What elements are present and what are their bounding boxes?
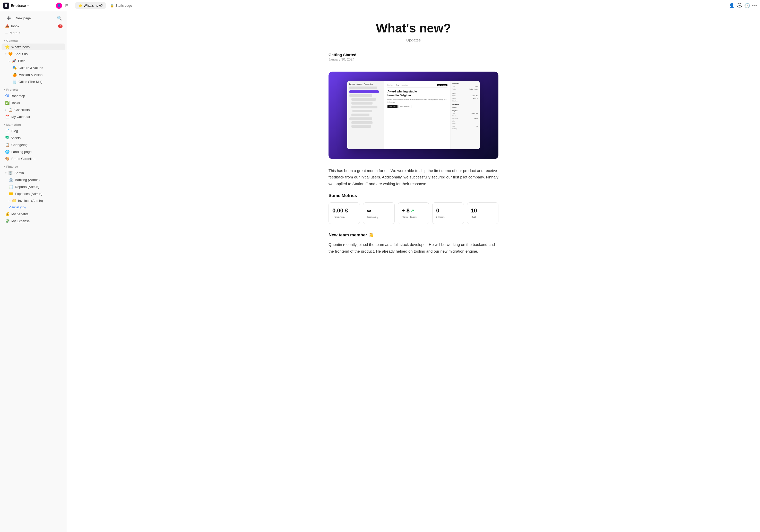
admin-label: Admin [15,171,24,175]
metric-dau-value: 10 [471,207,477,214]
marketing-chevron-icon: ▾ [4,123,5,126]
view-all-label: View all (15) [9,206,26,209]
content-area: What's new? Updates Getting Started Janu… [67,11,760,532]
inbox-label: Inbox [11,24,19,28]
team-paragraph: Quentin recently joined the team as a fu… [328,241,499,254]
metric-new-users: + 8 ↗ New Users [398,202,429,224]
roadmap-icon: 🗺 [5,94,9,98]
section-finance[interactable]: ▾ Finance [0,162,67,169]
sidebar-item-banking[interactable]: 🏦 Banking (Admin) [2,176,65,183]
topbar: E Enobase ▾ 👤 ⊞ ⭐ What's new? 🔒 Static p… [0,0,760,11]
more-icon[interactable]: ••• [752,3,757,8]
sidebar-item-reports[interactable]: 📊 Reports (Admin) [2,183,65,190]
sidebar-item-benefits[interactable]: 💰 My benefits [2,211,65,217]
sidebar-item-office[interactable]: 🗒️ Office (The Mix) [2,78,65,85]
about-icon: 🧡 [8,52,13,56]
app-chevron-icon[interactable]: ▾ [27,4,29,7]
avatar[interactable]: 👤 [56,3,62,9]
culture-icon: 🎭 [12,66,17,70]
tab-static-page[interactable]: 🔒 Static page [107,2,135,9]
metrics-title: Some Metrics [328,193,499,198]
admin-icon: 🏢 [8,171,13,175]
main-layout: ➕ + New page 🔍 📥 Inbox 2 ··· More ▾ ▾ Ge… [0,11,760,532]
more-dots-icon: ··· [5,31,8,35]
search-button[interactable]: 🔍 [56,15,63,22]
section-projects-label: Projects [6,88,19,91]
sidebar-item-mission[interactable]: 🍊 Mission & vision [2,71,65,78]
sidebar-item-blog[interactable]: 📄 Blog [2,127,65,134]
sidebar-item-calendar[interactable]: 📅 My Calendar [2,113,65,120]
sidebar-item-more[interactable]: ··· More ▾ [2,29,65,36]
sidebar-item-view-all[interactable]: View all (15) [2,204,65,210]
calendar-icon: 📅 [5,115,10,119]
topbar-tabs: ⭐ What's new? 🔒 Static page [72,2,727,9]
metric-chrun: 0 Chrun [432,202,464,224]
section-general[interactable]: ▾ General [0,36,67,43]
clock-icon[interactable]: 🕐 [744,3,750,9]
brand-label: Brand Guideline [11,157,35,161]
sidebar-item-changelog[interactable]: 📋 Changelog [2,141,65,148]
section-general-label: General [6,39,18,42]
more-label: More [10,31,18,35]
assets-icon: 🖼 [5,136,9,140]
expenses-icon: 💳 [9,192,13,196]
metric-runway: ∞ Runway [363,202,395,224]
arrow-up-icon: ↗ [411,208,414,213]
section-marketing-label: Marketing [6,123,21,126]
sidebar-item-pitch[interactable]: ▸ 🚀 Pitch [2,57,65,64]
sidebar-item-invoices[interactable]: ▸ 📁 Invoices (Admin) [2,197,65,204]
sidebar-item-roadmap[interactable]: 🗺 Roadmap [2,92,65,99]
sidebar-item-assets[interactable]: 🖼 Assets [2,134,65,141]
sidebar-item-admin[interactable]: ▾ 🏢 Admin [2,169,65,176]
whats-new-label: What's new? [11,45,30,49]
layout-icon[interactable]: ⊞ [64,3,70,9]
sidebar-item-my-expense[interactable]: 💸 My Expense [2,218,65,224]
inbox-badge: 2 [58,24,63,28]
section-date: January 30, 2024 [328,57,356,61]
metric-chrun-value: 0 [436,207,439,214]
page-subtitle: Updates [328,38,499,42]
sidebar-item-expenses[interactable]: 💳 Expenses (Admin) [2,190,65,197]
admin-chevron-icon: ▾ [5,171,6,174]
new-page-button[interactable]: ➕ + New page [4,15,56,22]
mockup-main: ServicesBlogAbout us Get in touch Award-… [384,81,451,149]
top-new-page-row: ➕ + New page 🔍 [2,15,65,22]
sidebar-item-inbox[interactable]: 📥 Inbox 2 [2,23,65,29]
checklists-icon: 📋 [8,108,13,112]
office-icon: 🗒️ [12,79,17,84]
checklists-chevron-icon: ▸ [5,108,6,111]
user-icon[interactable]: 👤 [729,3,735,9]
sidebar-item-checklists[interactable]: ▸ 📋 Checklists [2,106,65,113]
metric-chrun-label: Chrun [436,216,445,219]
sidebar-item-about-us[interactable]: ▾ 🧡 About us [2,50,65,57]
sidebar-item-landing[interactable]: 🌐 Landing page [2,148,65,155]
tab-static-page-label: Static page [115,4,132,8]
banking-icon: 🏦 [9,178,13,182]
calendar-label: My Calendar [11,115,30,119]
metric-new-users-label: New Users [402,216,417,219]
tasks-label: Tasks [11,101,20,105]
sidebar-item-tasks[interactable]: ✅ Tasks [2,99,65,106]
metric-dau: 10 DAU [467,202,499,224]
pitch-icon: 🚀 [12,59,16,63]
my-expense-label: My Expense [11,219,30,223]
chat-icon[interactable]: 💬 [736,3,742,9]
sidebar-item-whats-new[interactable]: ⭐ What's new? [2,43,65,50]
metrics-grid: 0.00 € Revenue ∞ Runway + 8 ↗ New Users [328,202,499,224]
assets-label: Assets [11,136,21,140]
my-expense-icon: 💸 [5,219,10,223]
metric-runway-value: ∞ [367,207,371,214]
star-icon: ⭐ [5,45,10,49]
tab-whats-new[interactable]: ⭐ What's new? [75,2,106,9]
blog-icon: 📄 [5,129,10,133]
metric-revenue-value: 0.00 € [332,207,348,214]
mission-label: Mission & vision [19,73,42,77]
sidebar-item-culture[interactable]: 🎭 Culture & values [2,64,65,71]
section-projects[interactable]: ▾ Projects [0,85,67,92]
metric-revenue: 0.00 € Revenue [328,202,360,224]
section-chevron-icon: ▾ [4,39,5,42]
pitch-chevron-icon: ▸ [9,60,10,62]
star-icon: ⭐ [78,4,82,8]
section-marketing[interactable]: ▾ Marketing [0,120,67,127]
sidebar-item-brand[interactable]: 🎨 Brand Guideline [2,155,65,162]
